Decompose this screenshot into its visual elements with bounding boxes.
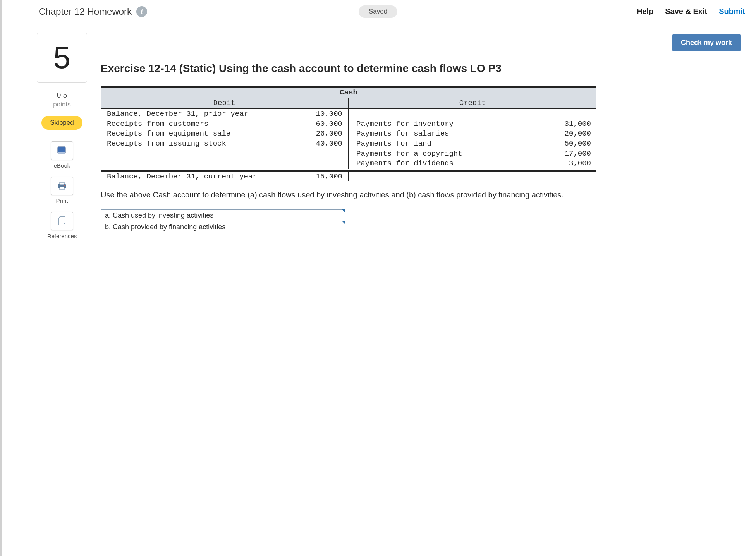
print-label: Print <box>56 197 68 204</box>
assignment-title: Chapter 12 Homework <box>39 6 132 17</box>
check-my-work-button[interactable]: Check my work <box>672 34 741 51</box>
question-number[interactable]: 5 <box>37 33 87 83</box>
print-button[interactable]: Print <box>46 177 78 204</box>
top-actions: Help Save & Exit Submit <box>637 7 745 16</box>
debit-header: Debit <box>101 98 349 108</box>
credit-row: Payments for land50,000 <box>349 139 596 149</box>
debit-row: Receipts from customers60,000 <box>101 119 348 129</box>
info-icon[interactable]: i <box>136 6 147 17</box>
debit-row: Balance, December 31, prior year10,000 <box>101 109 348 119</box>
book-icon <box>51 141 73 160</box>
help-link[interactable]: Help <box>637 7 653 16</box>
save-exit-link[interactable]: Save & Exit <box>665 7 707 16</box>
ebook-label: eBook <box>54 162 70 169</box>
answer-input-a[interactable] <box>283 210 345 221</box>
answer-label-a: a. Cash used by investing activities <box>101 209 283 221</box>
references-button[interactable]: References <box>46 212 78 239</box>
t-account-cash: Cash Debit Credit Balance, December 31, … <box>101 86 596 181</box>
instructions-text: Use the above Cash account to determine … <box>101 189 604 200</box>
points-value: 0.5 <box>53 91 70 100</box>
answer-input-b[interactable] <box>283 221 345 233</box>
submit-link[interactable]: Submit <box>719 7 745 16</box>
printer-icon <box>51 177 73 195</box>
svg-rect-1 <box>58 152 65 154</box>
credit-row: Payments for inventory31,000 <box>349 119 596 129</box>
main-content: Check my work Exercise 12-14 (Static) Us… <box>101 33 741 247</box>
credit-row: Payments for salaries20,000 <box>349 129 596 139</box>
t-account-title: Cash <box>101 86 596 98</box>
answer-row: a. Cash used by investing activities <box>101 209 345 221</box>
svg-rect-3 <box>60 182 64 185</box>
saved-indicator: Saved <box>359 5 397 18</box>
points-label: 0.5 points <box>53 91 70 109</box>
debit-column: Balance, December 31, prior year10,000 R… <box>101 109 349 169</box>
svg-rect-4 <box>60 187 64 190</box>
documents-icon <box>51 212 73 230</box>
answer-row: b. Cash provided by financing activities <box>101 221 345 233</box>
svg-rect-7 <box>58 218 64 225</box>
credit-header: Credit <box>349 98 596 108</box>
top-bar: Chapter 12 Homework i Saved Help Save & … <box>0 0 756 23</box>
answer-table: a. Cash used by investing activities b. … <box>101 209 345 233</box>
svg-point-5 <box>64 185 65 186</box>
exercise-title: Exercise 12-14 (Static) Using the cash a… <box>101 62 741 75</box>
references-label: References <box>47 233 77 239</box>
sidebar: 5 0.5 points Skipped eBook Print Referen… <box>35 33 89 247</box>
credit-row: Payments for dividends3,000 <box>349 159 596 169</box>
skipped-badge: Skipped <box>41 116 82 130</box>
debit-row: Receipts from equipment sale26,000 <box>101 129 348 139</box>
ebook-button[interactable]: eBook <box>46 141 78 169</box>
answer-label-b: b. Cash provided by financing activities <box>101 221 283 233</box>
points-word: points <box>53 100 70 109</box>
credit-row: Payments for a copyright17,000 <box>349 149 596 159</box>
debit-row: Receipts from issuing stock40,000 <box>101 139 348 149</box>
credit-column: Payments for inventory31,000 Payments fo… <box>349 109 596 169</box>
ending-balance-row: Balance, December 31, current year 15,00… <box>101 172 596 181</box>
